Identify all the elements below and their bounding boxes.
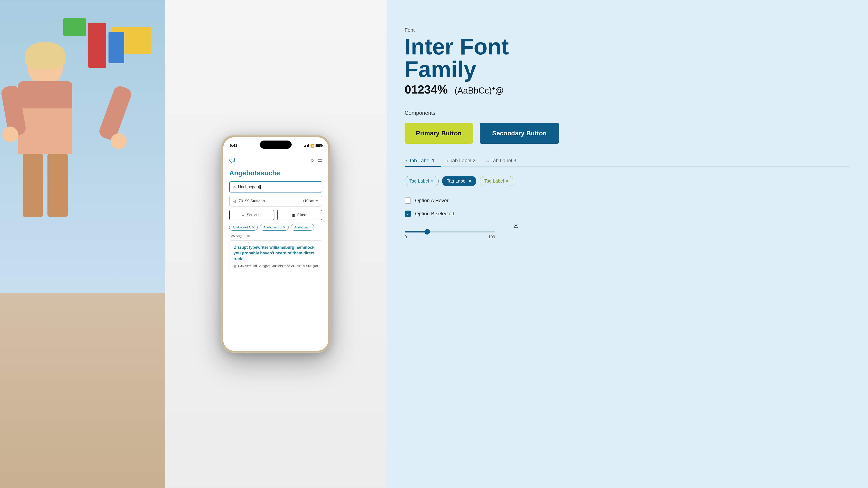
phone-body: Angebotssuche ⌕ Hochbegab| ◎ 70199 Stutt… [223, 166, 328, 276]
sort-button[interactable]: ⇵ Sortieren [229, 210, 274, 220]
component-tag-outline-close[interactable]: ✕ [431, 179, 434, 183]
tab-3-icon: ⌂ [486, 158, 489, 163]
component-tag-green[interactable]: Tag Label ✕ [480, 176, 514, 186]
tab-2-label: Tab Label 2 [450, 158, 475, 164]
tab-3-label: Tab Label 3 [491, 158, 516, 164]
status-icons: 📶 [304, 144, 322, 148]
component-tag-outline-label: Tag Label [409, 178, 429, 184]
search-icon[interactable]: ⌕ [311, 157, 314, 163]
tag-chip-c[interactable]: Agebotsa… [291, 224, 314, 231]
font-title-text-2: Family [405, 57, 476, 82]
dynamic-island [260, 140, 291, 149]
font-title-line1: Inter Font Family [405, 35, 850, 80]
checkbox-b-row: ✓ Option B selected [405, 210, 850, 217]
photo-section [0, 0, 165, 488]
filter-label: Filtern [297, 213, 307, 217]
phone-area: 9:41 📶 [165, 0, 386, 488]
result-card-location: ◎ CJD Verbund Stuttgart, Musterstraße 24… [234, 264, 318, 268]
km-label: +10 km [302, 199, 314, 203]
tab-1-label: Tab Label 1 [409, 158, 435, 164]
location-value: 70199 Stuttgart [239, 199, 299, 203]
slider-thumb[interactable] [425, 229, 430, 234]
component-tag-green-close[interactable]: ✕ [506, 179, 508, 183]
slider-container: 25 0 100 [405, 224, 850, 239]
phone-app-header: cjd ⌕ ☰ [223, 152, 328, 166]
action-buttons-row: ⇵ Sortieren ▦ Filtern [229, 210, 322, 220]
slider-min-max-labels: 0 100 [405, 235, 495, 239]
filter-button[interactable]: ▦ Filtern [277, 210, 322, 220]
component-tag-dark-close[interactable]: ✕ [468, 179, 471, 183]
search-box[interactable]: ⌕ Hochbegab| [229, 182, 322, 193]
location-box[interactable]: ◎ 70199 Stuttgart +10 km ▼ [229, 196, 322, 206]
signal-bar-2 [305, 145, 306, 147]
slider-fill [405, 231, 427, 232]
font-chars-sample: (AaBbCc)*@ [455, 86, 504, 96]
tag-chip-b-remove[interactable]: ✕ [283, 226, 285, 229]
search-input-icon: ⌕ [233, 185, 236, 189]
phone-frame: 9:41 📶 [221, 135, 330, 352]
search-text: Hochbegab| [238, 185, 260, 189]
design-panel: Font Inter Font Family 01234% (AaBbCc)*@… [386, 0, 868, 488]
font-section-label: Font [405, 27, 850, 33]
components-section-label: Components [405, 110, 850, 116]
status-time: 9:41 [230, 143, 237, 148]
logo-underline [229, 163, 239, 163]
tabs-row: ⌂ Tab Label 1 ⌂ Tab Label 2 ⌂ Tab Label … [405, 155, 850, 167]
slider-value-label: 25 [512, 224, 521, 229]
phone-content: cjd ⌕ ☰ Angebotssuche ⌕ [223, 152, 328, 351]
tag-chip-b-label: Agebotsart B [264, 225, 282, 229]
tab-label-1[interactable]: ⌂ Tab Label 1 [405, 155, 441, 167]
result-location-text: CJD Verbund Stuttgart, Musterstraße 24, … [238, 264, 318, 268]
primary-button[interactable]: Primary Button [405, 123, 473, 144]
tag-chip-b[interactable]: Agebotsart B ✕ [260, 224, 289, 231]
slider-track[interactable] [405, 231, 495, 232]
checkbox-b-label: Option B selected [415, 211, 454, 217]
km-dropdown-icon: ▼ [315, 199, 318, 203]
tag-chip-a-remove[interactable]: ✕ [252, 226, 254, 229]
sort-label: Sortieren [247, 213, 261, 217]
km-selector[interactable]: +10 km ▼ [299, 199, 318, 203]
tab-label-3[interactable]: ⌂ Tab Label 3 [486, 155, 523, 167]
search-input-value[interactable]: Hochbegab| [238, 185, 260, 189]
filter-tags-row: Agebotsart A ✕ Agebotsart B ✕ Agebotsa… [229, 224, 322, 231]
wifi-icon: 📶 [310, 144, 314, 148]
tab-label-2[interactable]: ⌂ Tab Label 2 [445, 155, 482, 167]
cjd-logo-text: cjd [229, 157, 239, 162]
cjd-logo: cjd [229, 157, 239, 163]
tag-chip-a[interactable]: Agebotsart A ✕ [229, 224, 258, 231]
result-location-icon: ◎ [234, 264, 236, 268]
result-card[interactable]: Disrupt typewriter williamsburg hammock … [229, 240, 322, 272]
signal-bar-1 [304, 146, 305, 147]
right-half: 9:41 📶 [165, 0, 868, 488]
checkbox-a-label: Option A Hover [415, 198, 448, 203]
component-tag-dark[interactable]: Tag Label ✕ [442, 176, 476, 186]
component-tag-green-label: Tag Label [485, 178, 504, 184]
menu-icon[interactable]: ☰ [318, 157, 322, 163]
slider-max-label: 100 [488, 235, 495, 239]
components-buttons-row: Primary Button Secondary Button [405, 123, 850, 144]
page-title: Angebotssuche [229, 169, 322, 177]
signal-bar-4 [308, 144, 309, 147]
checkbox-a[interactable] [405, 197, 411, 204]
header-icons: ⌕ ☰ [311, 157, 322, 163]
text-cursor [260, 185, 260, 189]
battery-fill [316, 145, 320, 147]
checkbox-b[interactable]: ✓ [405, 210, 411, 217]
result-card-title: Disrupt typewriter williamsburg hammock … [234, 245, 318, 262]
results-count: 125 Angebote [229, 234, 322, 238]
tag-chip-a-label: Agebotsart A [232, 225, 251, 229]
filter-icon: ▦ [292, 213, 296, 217]
font-title-text-1: Inter Font [405, 34, 509, 59]
sort-icon: ⇵ [242, 213, 245, 217]
component-tag-dark-label: Tag Label [447, 178, 467, 184]
tag-chip-c-label: Agebotsa… [294, 225, 311, 229]
secondary-button[interactable]: Secondary Button [480, 123, 559, 144]
font-numbers-sample: 01234% [405, 83, 448, 96]
signal-bars-icon [304, 144, 309, 147]
battery-icon [315, 144, 322, 147]
tag-labels-row: Tag Label ✕ Tag Label ✕ Tag Label ✕ [405, 176, 850, 186]
checkbox-a-row: Option A Hover [405, 197, 850, 204]
tab-2-icon: ⌂ [445, 158, 448, 163]
component-tag-outline[interactable]: Tag Label ✕ [405, 176, 438, 186]
tab-1-icon: ⌂ [405, 158, 407, 163]
